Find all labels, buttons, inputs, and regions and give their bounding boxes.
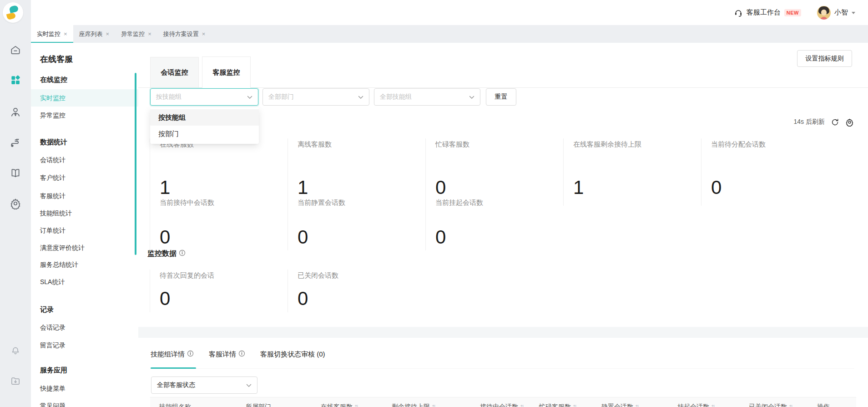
gear-icon[interactable] <box>9 197 22 210</box>
stat-label: 当前静置会话数 <box>298 198 425 207</box>
nav-item-skillgroup-stats[interactable]: 技能组统计 <box>31 204 138 222</box>
info-icon[interactable] <box>179 249 186 258</box>
close-icon[interactable]: × <box>148 31 151 37</box>
tab-agent-monitor[interactable]: 客服监控 <box>202 56 251 88</box>
table-column-name[interactable]: 技能组名称 <box>159 403 191 407</box>
dropdown-option-by-skillgroup[interactable]: 按技能组 <box>150 109 259 126</box>
refresh-settings-gear-icon[interactable] <box>845 117 854 127</box>
nav-item-order-stats[interactable]: 订单统计 <box>31 222 138 239</box>
department-placeholder: 全部部门 <box>268 93 358 101</box>
dashboard-icon[interactable] <box>9 74 22 86</box>
set-indicator-rules-button[interactable]: 设置指标规则 <box>797 50 852 67</box>
nav-item-session-records[interactable]: 会话记录 <box>31 319 138 336</box>
table-column-online-agents[interactable]: 在线客服数⇅ <box>321 403 359 407</box>
stat-card-remaining-capacity: 在线客服剩余接待上限 1 <box>563 138 701 206</box>
stat-value: 0 <box>711 178 839 197</box>
nav-item-quick-menu[interactable]: 快捷菜单 <box>31 380 138 397</box>
detail-tab-agent[interactable]: 客服详情 <box>209 349 245 360</box>
nav-item-sla-stats[interactable]: SLA统计 <box>31 273 138 290</box>
info-icon[interactable] <box>187 350 194 358</box>
download-icon[interactable] <box>9 375 22 387</box>
table-column-remaining-capacity[interactable]: 剩余接待上限⇅ <box>392 403 436 407</box>
table-column-idle-sessions[interactable]: 静置会话数⇅ <box>601 403 640 407</box>
table-column-department[interactable]: 所属部门 <box>246 403 271 407</box>
stat-value: 0 <box>160 228 288 247</box>
nav-item-agent-stats[interactable]: 客服统计 <box>31 187 138 204</box>
monitor-title-text: 监控数据 <box>147 249 177 259</box>
table-column-closed-sessions[interactable]: 已关闭会话数⇅ <box>749 403 793 407</box>
nav-item-abnormal-monitor[interactable]: 异常监控 <box>31 107 138 124</box>
table-column-in-service[interactable]: 接待中会话数⇅ <box>480 403 525 407</box>
stat-card-held-sessions: 当前挂起会话数 0 <box>425 197 563 250</box>
stat-value: 0 <box>298 289 425 308</box>
user-menu[interactable]: 小智 <box>817 6 855 20</box>
tab-session-monitor[interactable]: 会话监控 <box>150 57 199 88</box>
refresh-icon[interactable] <box>830 117 839 127</box>
username: 小智 <box>834 8 848 17</box>
workbench-label: 客服工作台 <box>747 8 781 17</box>
nav-section-service-apps: 服务应用 <box>40 366 67 375</box>
active-tab-inkbar <box>151 367 196 369</box>
close-icon[interactable]: × <box>64 31 67 37</box>
detail-tab-skillgroup[interactable]: 技能组详情 <box>151 349 194 360</box>
nav-item-faq[interactable]: 常见问题 <box>31 397 138 407</box>
skillgroup-select[interactable]: 全部技能组 <box>374 88 480 106</box>
detail-tab-status-audit[interactable]: 客服切换状态审核 (0) <box>260 349 325 360</box>
sort-icon: ⇅ <box>711 404 716 407</box>
nav-item-session-stats[interactable]: 会话统计 <box>31 151 138 168</box>
close-icon[interactable]: × <box>106 31 110 37</box>
groupby-placeholder: 按技能组 <box>156 93 247 101</box>
brand-logo-icon[interactable] <box>3 2 23 23</box>
route-icon[interactable] <box>9 136 22 149</box>
icon-sidebar <box>0 0 31 407</box>
stat-card-offline-agents: 离线客服数 1 <box>288 138 425 206</box>
stat-label: 当前待分配会话数 <box>711 140 839 149</box>
workspace-tab-reception-plan[interactable]: 接待方案设置 × <box>157 25 212 43</box>
agent-status-value: 全部客服状态 <box>157 381 246 389</box>
nav-item-realtime-monitor[interactable]: 实时监控 <box>31 89 138 107</box>
nav-item-message-records[interactable]: 留言记录 <box>31 336 138 354</box>
stat-label: 在线客服剩余接待上限 <box>573 140 701 149</box>
detail-tab-label: 客服详情 <box>209 350 236 359</box>
table-column-busy-agents[interactable]: 忙碌客服数⇅ <box>539 403 577 407</box>
stat-value: 1 <box>160 178 288 197</box>
stat-value: 0 <box>435 228 563 247</box>
workspace-tab-strip: 实时监控 × 座席列表 × 异常监控 × 接待方案设置 × <box>31 25 868 43</box>
department-select[interactable]: 全部部门 <box>262 88 369 106</box>
workbench-switcher[interactable]: 客服工作台 NEW <box>734 8 801 17</box>
workspace-tab-realtime[interactable]: 实时监控 × <box>31 25 73 43</box>
groupby-select[interactable]: 按技能组 <box>150 88 258 106</box>
table-column-held-sessions[interactable]: 挂起会话数⇅ <box>677 403 716 407</box>
close-icon[interactable]: × <box>202 31 206 37</box>
agent-status-select[interactable]: 全部客服状态 <box>151 376 257 394</box>
nav-section-records: 记录 <box>40 305 54 314</box>
nav-section-online-monitor: 在线监控 <box>40 76 67 84</box>
workspace-tab-seats[interactable]: 座席列表 × <box>73 25 116 43</box>
stat-value: 1 <box>573 178 701 197</box>
dropdown-option-by-department[interactable]: 按部门 <box>150 126 259 142</box>
stat-label: 已关闭会话数 <box>298 271 425 280</box>
reset-button[interactable]: 重置 <box>486 88 516 106</box>
workspace-tab-abnormal[interactable]: 异常监控 × <box>115 25 157 43</box>
refresh-controls: 14s 后刷新 <box>794 117 854 127</box>
info-icon[interactable] <box>238 350 245 358</box>
section-divider <box>138 327 868 338</box>
agent-icon[interactable] <box>9 106 22 118</box>
table-column-actions: 操作 <box>817 403 830 407</box>
detail-tabs: 技能组详情 客服详情 客服切换状态审核 (0) <box>151 349 325 360</box>
stat-label: 忙碌客服数 <box>435 140 563 149</box>
nav-item-satisfaction-stats[interactable]: 满意度评价统计 <box>31 239 138 256</box>
nav-scrollbar[interactable] <box>135 73 136 255</box>
detail-tab-label: 客服切换状态审核 (0) <box>260 350 325 359</box>
nav-item-summary-stats[interactable]: 服务总结统计 <box>31 256 138 273</box>
stat-label: 待首次回复的会话 <box>160 271 288 280</box>
nav-item-customer-stats[interactable]: 客户统计 <box>31 169 138 186</box>
stat-card-in-service: 当前接待中会话数 0 <box>150 197 288 250</box>
session-cards-row: 当前接待中会话数 0 当前静置会话数 0 当前挂起会话数 0 <box>150 197 563 250</box>
bell-icon[interactable] <box>9 344 22 356</box>
stat-label: 当前挂起会话数 <box>435 198 563 207</box>
home-icon[interactable] <box>9 44 22 56</box>
book-icon[interactable] <box>9 167 22 179</box>
skillgroup-placeholder: 全部技能组 <box>380 93 469 101</box>
stat-card-busy-agents: 忙碌客服数 0 <box>425 138 563 206</box>
